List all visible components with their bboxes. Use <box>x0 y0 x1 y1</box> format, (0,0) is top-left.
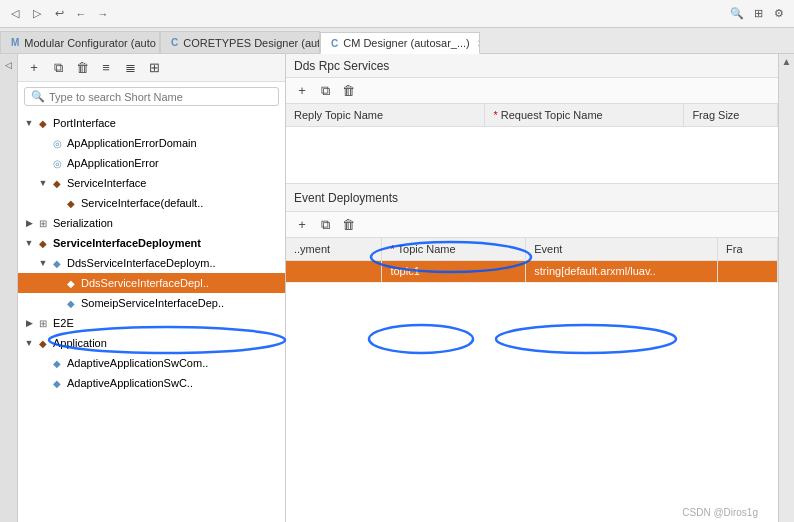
watermark: CSDN @Diros1g <box>682 507 758 518</box>
tab-bar: M Modular Configurator (auto C CORETYPES… <box>0 28 794 54</box>
event-deployments-table-wrapper: ..yment Topic Name Event Fra topic1 <box>286 238 778 522</box>
tree-label: Application <box>53 337 107 349</box>
tree-label: SomeipServiceInterfaceDep.. <box>81 297 224 309</box>
tree-item-someip-service[interactable]: ◆ SomeipServiceInterfaceDep.. <box>18 293 285 313</box>
adaptive-app-swc-icon: ◆ <box>50 376 64 390</box>
serialization-icon: ⊞ <box>36 216 50 230</box>
layout-btn[interactable]: ⊞ <box>144 58 164 78</box>
port-interface-icon: ◆ <box>36 116 50 130</box>
topic-name-cell: topic1 <box>382 260 526 282</box>
tree-arrow: ▼ <box>22 118 36 128</box>
tree-arrow: ▼ <box>22 238 36 248</box>
tree-item-port-interface[interactable]: ▼ ◆ PortInterface <box>18 113 285 133</box>
dds-copy-btn[interactable]: ⧉ <box>315 81 335 101</box>
tree-container: ▼ ◆ PortInterface ◎ ApApplicationErrorDo… <box>18 111 285 522</box>
search-input[interactable] <box>49 91 272 103</box>
tree-label: DdsServiceInterfaceDeploym.. <box>67 257 216 269</box>
tree-item-service-interface-default[interactable]: ◆ ServiceInterface(default.. <box>18 193 285 213</box>
toolbar-forward-btn[interactable]: ▷ <box>28 5 46 23</box>
tree-item-e2e[interactable]: ▶ ⊞ E2E <box>18 313 285 333</box>
tree-item-application[interactable]: ▼ ◆ Application <box>18 333 285 353</box>
event-deployments-header: Event Deployments <box>286 184 778 212</box>
toolbar-undo-btn[interactable]: ↩ <box>50 5 68 23</box>
search-icon: 🔍 <box>31 90 45 103</box>
tree-arrow: ▼ <box>36 258 50 268</box>
right-panel-wrapper: Dds Rpc Services + ⧉ 🗑 Reply Topic Name … <box>286 54 778 522</box>
toolbar-back-btn[interactable]: ◁ <box>6 5 24 23</box>
event-delete-btn[interactable]: 🗑 <box>338 215 358 235</box>
deployment-col-header: ..yment <box>286 238 382 260</box>
tree-item-adaptive-app-swc[interactable]: ◆ AdaptiveApplicationSwC.. <box>18 373 285 393</box>
tree-item-ap-error-domain[interactable]: ◎ ApApplicationErrorDomain <box>18 133 285 153</box>
grid-icon[interactable]: ⊞ <box>749 5 767 23</box>
tree-label: ApApplicationError <box>67 157 159 169</box>
toolbar-next-btn[interactable]: → <box>94 5 112 23</box>
application-icon: ◆ <box>36 336 50 350</box>
adaptive-app-com-icon: ◆ <box>50 356 64 370</box>
tab-cm-close[interactable]: ✕ <box>477 38 480 49</box>
right-scrollbar[interactable]: ▲ <box>778 54 794 522</box>
dds-rpc-table-header: Reply Topic Name Request Topic Name Frag… <box>286 104 778 126</box>
search-icon[interactable]: 🔍 <box>728 5 746 23</box>
tab-cm[interactable]: C CM Designer (autosar_...) ✕ <box>320 32 480 54</box>
frag-col-header: Fra <box>718 238 778 260</box>
event-deployments-table: ..yment Topic Name Event Fra topic1 <box>286 238 778 283</box>
expand-all-btn[interactable]: ≡ <box>96 58 116 78</box>
someip-service-icon: ◆ <box>64 296 78 310</box>
tab-cm-label: CM Designer (autosar_...) <box>343 37 470 49</box>
tree-label: ServiceInterface(default.. <box>81 197 203 209</box>
tree-label: DdsServiceInterfaceDepl.. <box>81 277 209 289</box>
delete-item-btn[interactable]: 🗑 <box>72 58 92 78</box>
ap-error-domain-icon: ◎ <box>50 136 64 150</box>
dds-rpc-table: Reply Topic Name Request Topic Name Frag… <box>286 104 778 127</box>
e2e-icon: ⊞ <box>36 316 50 330</box>
tree-item-dds-service-deploy[interactable]: ▼ ◆ DdsServiceInterfaceDeploym.. <box>18 253 285 273</box>
event-deployments-title: Event Deployments <box>294 191 398 205</box>
tree-arrow: ▶ <box>22 318 36 328</box>
collapse-all-btn[interactable]: ≣ <box>120 58 140 78</box>
event-copy-btn[interactable]: ⧉ <box>315 215 335 235</box>
tree-label: ServiceInterfaceDeployment <box>53 237 201 249</box>
tree-item-serialization[interactable]: ▶ ⊞ Serialization <box>18 213 285 233</box>
tree-item-ap-error[interactable]: ◎ ApApplicationError <box>18 153 285 173</box>
event-cell: string[default.arxml/luav.. <box>526 260 718 282</box>
collapse-icon[interactable]: ◁ <box>2 58 16 72</box>
reply-topic-name-header: Reply Topic Name <box>286 104 485 126</box>
tree-arrow: ▶ <box>22 218 36 228</box>
main-area: ◁ + ⧉ 🗑 ≡ ≣ ⊞ 🔍 ▼ <box>0 54 794 522</box>
event-add-btn[interactable]: + <box>292 215 312 235</box>
tab-modular[interactable]: M Modular Configurator (auto <box>0 31 160 53</box>
dds-rpc-toolbar: + ⧉ 🗑 <box>286 78 778 104</box>
event-table-header: ..yment Topic Name Event Fra <box>286 238 778 260</box>
tree-item-service-interface[interactable]: ▼ ◆ ServiceInterface <box>18 173 285 193</box>
tab-coretypes-label: CORETYPES Designer (autosa <box>183 37 320 49</box>
tree-item-service-interface-deployment[interactable]: ▼ ◆ ServiceInterfaceDeployment <box>18 233 285 253</box>
dds-delete-btn[interactable]: 🗑 <box>338 81 358 101</box>
tree-item-adaptive-app-com[interactable]: ◆ AdaptiveApplicationSwCom.. <box>18 353 285 373</box>
copy-item-btn[interactable]: ⧉ <box>48 58 68 78</box>
tree-label: AdaptiveApplicationSwC.. <box>67 377 193 389</box>
scroll-up-icon[interactable]: ▲ <box>782 56 792 67</box>
settings-icon[interactable]: ⚙ <box>770 5 788 23</box>
table-row[interactable]: topic1 string[default.arxml/luav.. <box>286 260 778 282</box>
tree-label: ApApplicationErrorDomain <box>67 137 197 149</box>
frag-size-header: Frag Size <box>684 104 778 126</box>
service-interface-deployment-icon: ◆ <box>36 236 50 250</box>
left-strip: ◁ <box>0 54 18 522</box>
service-interface-icon: ◆ <box>50 176 64 190</box>
left-panel-toolbar: + ⧉ 🗑 ≡ ≣ ⊞ <box>18 54 285 82</box>
tab-modular-label: Modular Configurator (auto <box>24 37 155 49</box>
tree-item-dds-service-depl-selected[interactable]: ◆ DdsServiceInterfaceDepl.. <box>18 273 285 293</box>
add-item-btn[interactable]: + <box>24 58 44 78</box>
tab-coretypes[interactable]: C CORETYPES Designer (autosa <box>160 31 320 53</box>
toolbar-prev-btn[interactable]: ← <box>72 5 90 23</box>
right-panel: Dds Rpc Services + ⧉ 🗑 Reply Topic Name … <box>286 54 778 522</box>
dds-rpc-table-wrapper: Reply Topic Name Request Topic Name Frag… <box>286 104 778 184</box>
search-box[interactable]: 🔍 <box>24 87 279 106</box>
left-panel: + ⧉ 🗑 ≡ ≣ ⊞ 🔍 ▼ ◆ PortInterface <box>18 54 286 522</box>
table-cell <box>286 260 382 282</box>
dds-add-btn[interactable]: + <box>292 81 312 101</box>
tree-label: PortInterface <box>53 117 116 129</box>
topic-name-col-header: Topic Name <box>382 238 526 260</box>
event-deployments-toolbar: + ⧉ 🗑 <box>286 212 778 238</box>
